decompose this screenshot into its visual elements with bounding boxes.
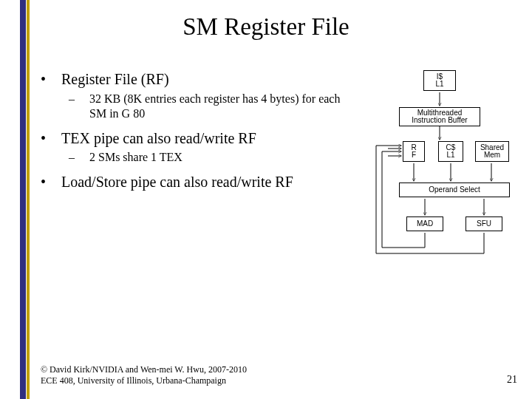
slide-body: • Register File (RF) – 32 KB (8K entries… (41, 70, 351, 193)
bullet-2: • TEX pipe can also read/write RF (41, 129, 351, 149)
sm-diagram: I$ L1 Multithreaded Instruction Buffer R… (366, 70, 521, 299)
bullet-2a: – 2 SMs share 1 TEX (69, 150, 351, 165)
bullet-dash-icon: – (69, 150, 89, 165)
bullet-3-text: Load/Store pipe can also read/write RF (61, 173, 293, 192)
bullet-dot-icon: • (41, 129, 61, 149)
bullet-dot-icon: • (41, 70, 61, 89)
accent-bar-navy (20, 0, 26, 399)
box-shared-mem: Shared Mem (475, 141, 509, 162)
bullet-1: • Register File (RF) (41, 70, 351, 89)
slide-title: SM Register File (0, 13, 532, 41)
bullet-1-text: Register File (RF) (61, 70, 169, 89)
footer-line-2: ECE 408, University of Illinois, Urbana-… (41, 375, 247, 386)
footer-line-1: © David Kirk/NVIDIA and Wen-mei W. Hwu, … (41, 364, 247, 375)
bullet-dash-icon: – (69, 92, 89, 122)
bullet-2-text: TEX pipe can also read/write RF (61, 129, 256, 149)
box-icache: I$ L1 (423, 70, 456, 91)
box-operand-select: Operand Select (399, 183, 510, 197)
bullet-2a-text: 2 SMs share 1 TEX (89, 150, 183, 165)
copyright-footer: © David Kirk/NVIDIA and Wen-mei W. Hwu, … (41, 364, 247, 386)
box-sfu: SFU (466, 216, 502, 231)
box-constant-cache: C$ L1 (438, 141, 463, 162)
box-instruction-buffer: Multithreaded Instruction Buffer (399, 107, 480, 126)
bullet-1a: – 32 KB (8K entries each register has 4 … (69, 92, 351, 122)
bullet-1a-text: 32 KB (8K entries each register has 4 by… (89, 92, 351, 122)
bullet-dot-icon: • (41, 173, 61, 192)
page-number: 21 (507, 374, 517, 386)
accent-bar-gold (27, 0, 30, 399)
box-register-file: R F (403, 141, 425, 162)
box-mad: MAD (406, 216, 443, 231)
slide: SM Register File • Register File (RF) – … (0, 0, 532, 399)
bullet-3: • Load/Store pipe can also read/write RF (41, 173, 351, 192)
